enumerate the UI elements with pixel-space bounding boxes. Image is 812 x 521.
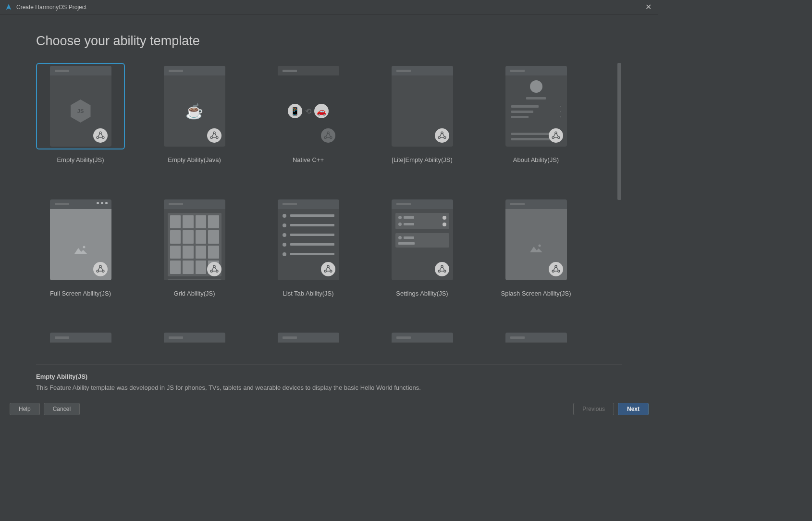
share-icon (321, 128, 335, 143)
share-icon (207, 262, 221, 276)
template-listtab-js[interactable]: List Tab Ability(JS) (264, 197, 353, 315)
template-label: Grid Ability(JS) (174, 290, 215, 297)
page-title: Choose your ability template (36, 34, 622, 49)
window-dots-icon (97, 202, 108, 204)
next-button[interactable]: Next (618, 403, 649, 415)
share-icon (435, 262, 449, 276)
template-label: [Lite]Empty Ability(JS) (392, 156, 452, 163)
templates-scroll-area: JS Empty Ability(JS) ☕ Empty Ability(Jav… (36, 63, 622, 362)
list-icon (278, 209, 339, 261)
template-label: Native C++ (293, 156, 324, 163)
template-lite-empty-js[interactable]: [Lite]Empty Ability(JS) (378, 63, 467, 181)
templates-grid: JS Empty Ability(JS) ☕ Empty Ability(Jav… (36, 63, 608, 362)
avatar-icon (530, 80, 542, 93)
window-title: Create HarmonyOS Project (16, 4, 643, 11)
description-text: This Feature Ability template was develo… (36, 383, 622, 393)
scrollbar-thumb[interactable] (617, 63, 621, 200)
coffee-icon: ☕ (185, 103, 203, 120)
share-icon (93, 262, 108, 276)
description-panel: Empty Ability(JS) This Feature Ability t… (0, 364, 658, 397)
template-label: About Ability(JS) (513, 156, 559, 163)
template-partial-4[interactable] (492, 330, 580, 362)
js-icon: JS (71, 99, 91, 123)
template-empty-java[interactable]: ☕ Empty Ability(Java) (150, 63, 239, 181)
scrollbar[interactable] (617, 63, 622, 253)
close-icon[interactable]: ✕ (643, 2, 653, 12)
template-partial-2[interactable] (264, 330, 353, 362)
template-label: Full Screen Ability(JS) (50, 290, 111, 297)
template-partial-0[interactable] (36, 330, 125, 362)
share-icon (549, 262, 563, 276)
image-icon (529, 243, 543, 256)
description-title: Empty Ability(JS) (36, 373, 622, 380)
template-about-js[interactable]: › › › About Ability(JS) (492, 63, 580, 181)
template-partial-1[interactable] (150, 330, 239, 362)
device-sync-icon: 📱 ⟲ 🚗 (288, 104, 329, 118)
share-icon (93, 128, 108, 143)
template-label: List Tab Ability(JS) (283, 290, 334, 297)
previous-button: Previous (573, 403, 614, 415)
svg-point-4 (538, 244, 541, 247)
share-icon (207, 128, 221, 143)
content-area: Choose your ability template JS Empty Ab… (0, 14, 658, 362)
share-icon (435, 128, 449, 143)
settings-icon (392, 209, 453, 251)
template-splash-js[interactable]: Splash Screen Ability(JS) (492, 197, 580, 315)
share-icon (321, 262, 335, 276)
help-button[interactable]: Help (10, 403, 40, 415)
template-empty-js[interactable]: JS Empty Ability(JS) (36, 63, 125, 181)
share-icon (549, 128, 563, 143)
cancel-button[interactable]: Cancel (44, 403, 80, 415)
titlebar: Create HarmonyOS Project ✕ (0, 0, 658, 14)
template-label: Settings Ability(JS) (396, 290, 448, 297)
template-fullscreen-js[interactable]: Full Screen Ability(JS) (36, 197, 125, 315)
template-label: Splash Screen Ability(JS) (501, 290, 571, 297)
template-label: Empty Ability(JS) (57, 156, 104, 163)
button-bar: Help Cancel Previous Next (0, 397, 658, 423)
template-grid-js[interactable]: Grid Ability(JS) (150, 197, 239, 315)
template-native-cpp[interactable]: 📱 ⟲ 🚗 Native C++ (264, 63, 353, 181)
app-icon (5, 3, 12, 11)
template-label: Empty Ability(Java) (168, 156, 221, 163)
template-partial-3[interactable] (378, 330, 467, 362)
template-settings-js[interactable]: Settings Ability(JS) (378, 197, 467, 315)
svg-point-3 (83, 246, 85, 248)
